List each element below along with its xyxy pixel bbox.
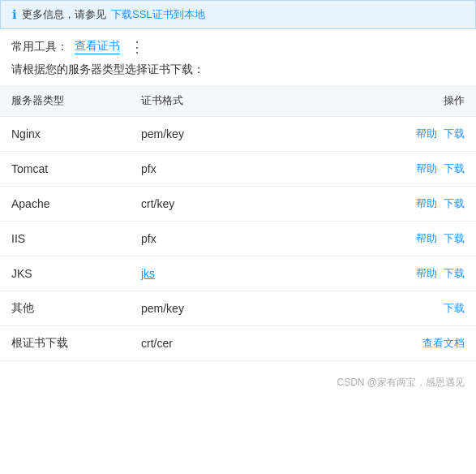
col-header-format: 证书格式	[130, 85, 371, 117]
help-button[interactable]: 帮助	[416, 197, 437, 209]
cell-format: pfx	[130, 222, 371, 256]
cell-type: 其他	[0, 291, 130, 326]
download-button[interactable]: 下载	[444, 197, 465, 209]
cell-type: Tomcat	[0, 152, 130, 187]
cell-format: pem/key	[130, 117, 371, 152]
col-header-type: 服务器类型	[0, 85, 130, 117]
cell-action: 帮助下载	[371, 152, 476, 187]
cell-format: crt/cer	[130, 326, 371, 361]
table-row: Apachecrt/key帮助下载	[0, 187, 476, 222]
view-doc-button[interactable]: 查看文档	[422, 337, 465, 349]
table-row: 根证书下载crt/cer查看文档	[0, 326, 476, 361]
cell-type: Apache	[0, 187, 130, 222]
view-cert-button[interactable]: 查看证书	[75, 39, 120, 54]
info-icon: ℹ	[12, 7, 17, 22]
cert-table: 服务器类型 证书格式 操作 Nginxpem/key帮助下载Tomcatpfx帮…	[0, 85, 476, 361]
help-button[interactable]: 帮助	[416, 267, 437, 279]
download-button[interactable]: 下载	[444, 302, 465, 314]
cell-action: 帮助下载	[371, 187, 476, 222]
footer-watermark: CSDN @家有两宝，感恩遇见	[0, 361, 476, 396]
table-row: JKSjks帮助下载	[0, 256, 476, 291]
desc-text: 请根据您的服务器类型选择证书下载：	[0, 62, 476, 85]
download-button[interactable]: 下载	[444, 232, 465, 244]
toolbar-label: 常用工具：	[11, 40, 68, 54]
info-bar: ℹ 更多信息，请参见 下载SSL证书到本地	[0, 0, 476, 29]
download-button[interactable]: 下载	[444, 162, 465, 175]
cell-type: 根证书下载	[0, 326, 130, 361]
help-button[interactable]: 帮助	[416, 127, 437, 140]
cell-format: pfx	[130, 152, 371, 187]
col-header-action: 操作	[371, 85, 476, 117]
download-button[interactable]: 下载	[444, 267, 465, 279]
table-row: IISpfx帮助下载	[0, 222, 476, 256]
cell-action: 帮助下载	[371, 222, 476, 256]
cell-action: 帮助下载	[371, 256, 476, 291]
cell-format: crt/key	[130, 187, 371, 222]
more-options-button[interactable]: ⋮	[127, 40, 148, 54]
cell-type: Nginx	[0, 117, 130, 152]
cell-type: IIS	[0, 222, 130, 256]
ssl-download-link[interactable]: 下载SSL证书到本地	[111, 7, 205, 22]
info-text: 更多信息，请参见	[22, 7, 106, 22]
cell-action: 帮助下载	[371, 117, 476, 152]
help-button[interactable]: 帮助	[416, 232, 437, 244]
toolbar: 常用工具： 查看证书 ⋮	[0, 29, 476, 62]
cell-action: 下载	[371, 291, 476, 326]
format-link[interactable]: jks	[141, 267, 155, 280]
help-button[interactable]: 帮助	[416, 162, 437, 175]
table-row: Tomcatpfx帮助下载	[0, 152, 476, 187]
cell-type: JKS	[0, 256, 130, 291]
table-row: 其他pem/key下载	[0, 291, 476, 326]
table-row: Nginxpem/key帮助下载	[0, 117, 476, 152]
cell-action: 查看文档	[371, 326, 476, 361]
download-button[interactable]: 下载	[444, 127, 465, 140]
table-header-row: 服务器类型 证书格式 操作	[0, 85, 476, 117]
cell-format[interactable]: jks	[130, 256, 371, 291]
cell-format: pem/key	[130, 291, 371, 326]
